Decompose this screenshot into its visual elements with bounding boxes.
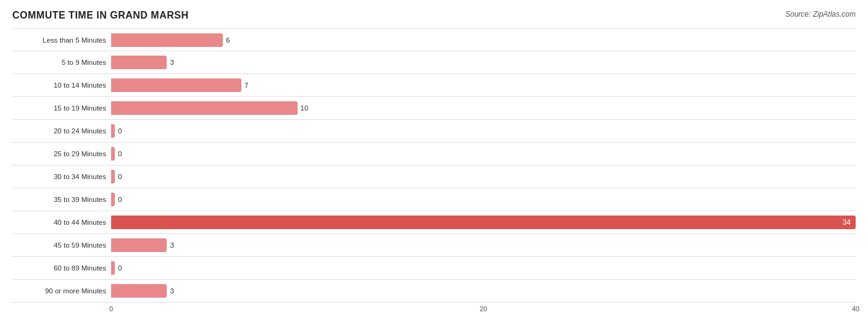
bar-value: 3 [170, 241, 173, 249]
bar-row: 20 to 24 Minutes0 [12, 120, 856, 143]
x-axis-tick: 0 [109, 305, 113, 313]
x-axis: 02040 [111, 305, 856, 317]
bar-label: 35 to 39 Minutes [12, 196, 111, 203]
bar-fill [111, 78, 241, 92]
bar-label: 40 to 44 Minutes [12, 219, 111, 226]
bar-fill: 34 [111, 216, 856, 229]
bar-label: 60 to 89 Minutes [12, 264, 111, 272]
chart-title: COMMUTE TIME IN GRAND MARSH [12, 10, 188, 21]
bar-label: 45 to 59 Minutes [12, 241, 111, 249]
bar-container: 0 [111, 143, 856, 165]
bar-label: 15 to 19 Minutes [12, 104, 111, 112]
bar-container: 0 [111, 120, 856, 142]
bar-row: 45 to 59 Minutes3 [12, 234, 856, 257]
bar-container: 3 [111, 51, 856, 73]
bar-row: Less than 5 Minutes6 [12, 28, 856, 51]
chart-wrapper: Less than 5 Minutes65 to 9 Minutes310 to… [12, 28, 856, 317]
bar-container: 0 [111, 188, 856, 211]
bar-row: 30 to 34 Minutes0 [12, 166, 856, 188]
bar-label: 30 to 34 Minutes [12, 173, 111, 180]
bar-row: 60 to 89 Minutes0 [12, 257, 856, 280]
bar-value: 0 [118, 173, 122, 180]
source-label: Source: ZipAtlas.com [785, 10, 856, 19]
bar-value: 6 [226, 36, 230, 44]
bar-container: 0 [111, 166, 856, 188]
bar-row: 40 to 44 Minutes34 [12, 211, 856, 234]
bar-container: 7 [111, 74, 856, 96]
bar-fill [111, 147, 115, 161]
bar-row: 5 to 9 Minutes3 [12, 51, 856, 74]
x-axis-tick: 40 [852, 305, 859, 313]
bar-row: 15 to 19 Minutes10 [12, 97, 856, 120]
x-axis-tick: 20 [480, 305, 487, 313]
bar-value: 34 [843, 218, 851, 227]
bar-value: 3 [170, 287, 173, 295]
bar-fill [111, 124, 115, 138]
bar-label: 90 or more Minutes [12, 287, 111, 295]
bar-label: 10 to 14 Minutes [12, 82, 111, 89]
bar-container: 3 [111, 234, 856, 256]
bar-fill [111, 261, 115, 275]
bar-label: 20 to 24 Minutes [12, 127, 111, 135]
bar-fill [111, 193, 115, 206]
bar-label: 5 to 9 Minutes [12, 59, 111, 66]
bar-container: 6 [111, 29, 856, 51]
bar-fill [111, 238, 167, 252]
bar-row: 10 to 14 Minutes7 [12, 74, 856, 97]
bar-value: 10 [301, 104, 309, 112]
bar-row: 90 or more Minutes3 [12, 280, 856, 303]
bar-value: 0 [118, 196, 122, 203]
bars-section: Less than 5 Minutes65 to 9 Minutes310 to… [12, 28, 856, 303]
bar-row: 35 to 39 Minutes0 [12, 188, 856, 211]
bar-fill [111, 56, 167, 69]
bar-fill [111, 101, 298, 115]
bar-value: 0 [118, 150, 122, 157]
bar-fill [111, 33, 223, 47]
bar-fill [111, 284, 167, 298]
bar-label: 25 to 29 Minutes [12, 150, 111, 157]
bar-container: 34 [111, 211, 856, 233]
bar-row: 25 to 29 Minutes0 [12, 143, 856, 166]
bar-container: 3 [111, 280, 856, 302]
bar-value: 0 [118, 127, 122, 135]
bar-value: 3 [170, 59, 173, 66]
bar-label: Less than 5 Minutes [12, 36, 111, 44]
bar-value: 7 [244, 82, 248, 89]
bar-container: 0 [111, 257, 856, 279]
bar-value: 0 [118, 264, 122, 272]
bar-container: 10 [111, 97, 856, 119]
bar-fill [111, 170, 115, 183]
